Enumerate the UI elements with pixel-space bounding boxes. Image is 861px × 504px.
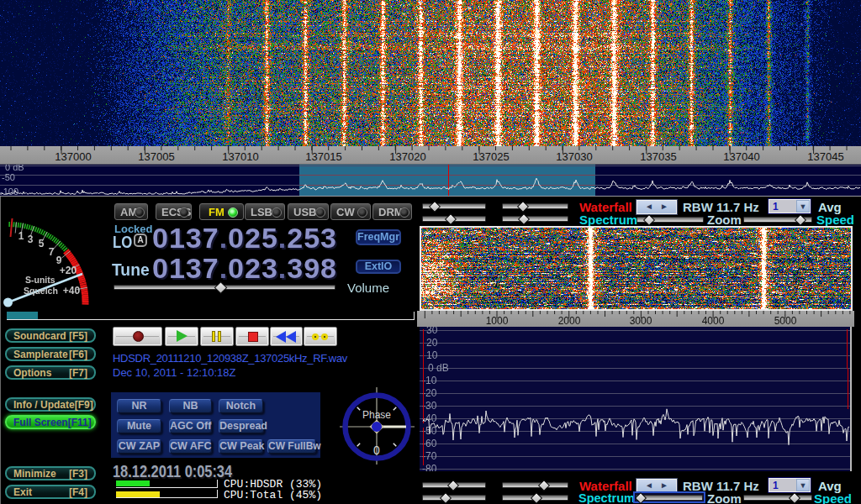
svg-text:Phase: Phase [362, 409, 391, 421]
svg-text:2000: 2000 [558, 315, 581, 327]
svg-text:1000: 1000 [486, 315, 509, 327]
svg-text:137000: 137000 [55, 150, 91, 163]
svg-text:137030: 137030 [556, 150, 592, 163]
svg-text:0: 0 [373, 444, 380, 457]
svg-text:+20: +20 [60, 265, 77, 276]
svg-text:137015: 137015 [305, 150, 341, 163]
svg-text:137045: 137045 [807, 150, 843, 163]
svg-text:7: 7 [49, 246, 55, 258]
svg-text:137035: 137035 [640, 150, 676, 163]
svg-text:3: 3 [28, 234, 34, 245]
svg-text:+40: +40 [63, 285, 81, 297]
svg-text:1: 1 [18, 230, 24, 242]
svg-text:137025: 137025 [473, 150, 509, 163]
svg-text:137020: 137020 [389, 150, 425, 163]
svg-text:137040: 137040 [723, 150, 759, 163]
svg-text:4000: 4000 [702, 315, 725, 327]
svg-text:137010: 137010 [222, 150, 258, 163]
svg-text:3000: 3000 [630, 315, 652, 327]
svg-text:137005: 137005 [138, 150, 174, 163]
svg-text:5: 5 [39, 238, 45, 249]
svg-text:5000: 5000 [774, 315, 797, 327]
